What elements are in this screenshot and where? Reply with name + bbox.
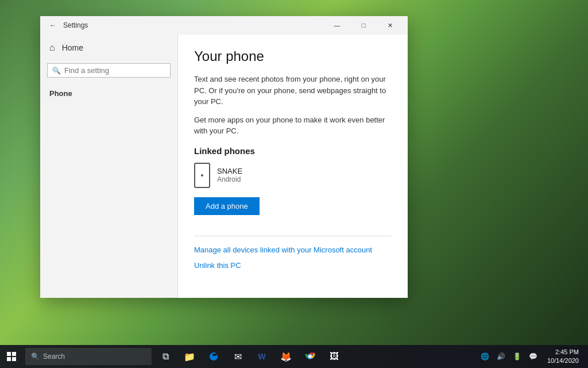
taskbar-search-icon: 🔍 bbox=[31, 352, 40, 361]
clock-date: 10/14/2020 bbox=[547, 356, 579, 365]
svg-rect-3 bbox=[12, 357, 16, 361]
taskbar-apps: ⧉ 📁 ✉ W 🦊 bbox=[154, 345, 478, 368]
minimize-button[interactable]: — bbox=[324, 16, 350, 34]
clock[interactable]: 2:45 PM 10/14/2020 bbox=[543, 348, 583, 366]
window-body: ⌂ Home 🔍 Phone Your phone Text and see r… bbox=[40, 34, 408, 298]
search-icon: 🔍 bbox=[52, 67, 61, 75]
main-content: Your phone Text and see recent photos fr… bbox=[178, 34, 408, 298]
back-button[interactable]: ← bbox=[45, 17, 61, 33]
mail-button[interactable]: ✉ bbox=[226, 345, 249, 368]
description-2: Get more apps on your phone to make it w… bbox=[194, 114, 392, 137]
svg-rect-1 bbox=[12, 352, 16, 356]
phone-info: SNAKE Android bbox=[217, 167, 242, 183]
window-title: Settings bbox=[63, 21, 324, 29]
add-phone-button[interactable]: Add a phone bbox=[194, 197, 260, 215]
phone-icon-dot bbox=[201, 174, 203, 177]
sidebar-section-label: Phone bbox=[40, 82, 177, 100]
svg-rect-2 bbox=[7, 357, 11, 361]
volume-icon[interactable]: 🔊 bbox=[494, 345, 508, 368]
unlink-pc-link[interactable]: Unlink this PC bbox=[194, 261, 392, 270]
task-view-button[interactable]: ⧉ bbox=[154, 345, 177, 368]
phone-os: Android bbox=[217, 175, 242, 183]
home-label: Home bbox=[62, 43, 83, 52]
manage-devices-link[interactable]: Manage all devices linked with your Micr… bbox=[194, 246, 392, 254]
battery-icon[interactable]: 🔋 bbox=[510, 345, 524, 368]
phone-device-icon bbox=[194, 163, 210, 188]
start-button[interactable] bbox=[0, 345, 23, 368]
maximize-button[interactable]: □ bbox=[350, 16, 377, 34]
notification-icon[interactable]: 💬 bbox=[527, 345, 540, 368]
edge-browser-button[interactable] bbox=[202, 345, 225, 368]
chrome-button[interactable] bbox=[299, 345, 322, 368]
close-button[interactable]: ✕ bbox=[377, 16, 403, 34]
settings-window: ← Settings — □ ✕ ⌂ Home 🔍 bbox=[40, 16, 408, 298]
firefox-button[interactable]: 🦊 bbox=[274, 345, 297, 368]
divider bbox=[194, 236, 392, 236]
page-title: Your phone bbox=[194, 48, 392, 64]
taskbar: 🔍 Search ⧉ 📁 ✉ W 🦊 bbox=[0, 345, 588, 368]
taskbar-search-text: Search bbox=[43, 352, 65, 361]
taskbar-right: 🌐 🔊 🔋 💬 2:45 PM 10/14/2020 bbox=[478, 345, 588, 368]
home-icon: ⌂ bbox=[49, 43, 55, 53]
phone-name: SNAKE bbox=[217, 167, 242, 175]
word-button[interactable]: W bbox=[250, 345, 273, 368]
description-1: Text and see recent photos from your pho… bbox=[194, 74, 392, 108]
home-nav-item[interactable]: ⌂ Home bbox=[40, 37, 177, 59]
phone-item: SNAKE Android bbox=[194, 163, 392, 188]
linked-phones-heading: Linked phones bbox=[194, 146, 392, 156]
titlebar: ← Settings — □ ✕ bbox=[40, 16, 408, 34]
svg-point-5 bbox=[308, 355, 312, 358]
clock-time: 2:45 PM bbox=[547, 348, 579, 356]
desktop: ← Settings — □ ✕ ⌂ Home 🔍 bbox=[0, 0, 588, 368]
photos-button[interactable]: 🖼 bbox=[323, 345, 346, 368]
svg-rect-0 bbox=[7, 352, 11, 356]
search-input[interactable] bbox=[64, 66, 165, 75]
search-box[interactable]: 🔍 bbox=[47, 63, 171, 78]
window-controls: — □ ✕ bbox=[324, 16, 403, 34]
taskbar-search-box[interactable]: 🔍 Search bbox=[25, 348, 152, 365]
network-icon[interactable]: 🌐 bbox=[478, 345, 492, 368]
sidebar: ⌂ Home 🔍 Phone bbox=[40, 34, 178, 298]
file-explorer-button[interactable]: 📁 bbox=[178, 345, 201, 368]
